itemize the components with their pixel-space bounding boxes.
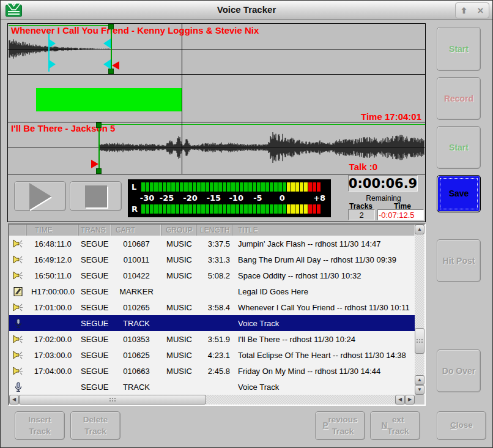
start-marker-right-icon[interactable] xyxy=(91,160,99,169)
meter-segment xyxy=(313,182,316,192)
down-arrow-icon: ▼ xyxy=(417,387,422,392)
log-row[interactable]: 17:04:00.0SEGUE010663MUSIC2:45.8Friday O… xyxy=(9,363,415,379)
segue-overlap-block[interactable] xyxy=(36,88,182,111)
meter-segment xyxy=(193,204,196,214)
column-header-icon[interactable] xyxy=(9,225,27,236)
cell-cart: 010011 xyxy=(111,255,161,264)
meter-scale-label: -5 xyxy=(253,193,262,203)
scroll-left-button[interactable]: ◀ xyxy=(9,395,19,405)
do-over-button[interactable]: Do Over xyxy=(437,349,481,392)
scroll-left-button2[interactable]: ◀ xyxy=(395,395,405,405)
meter-segment xyxy=(317,182,321,192)
meter-left-segments xyxy=(141,182,321,192)
column-header-group[interactable]: GROUP xyxy=(161,225,197,236)
meter-segment xyxy=(265,204,269,214)
cell-length: 3:31.3 xyxy=(197,255,233,264)
close-button[interactable]: Close xyxy=(437,411,486,440)
cell-cart: 010265 xyxy=(111,303,161,312)
scroll-up-button2[interactable]: ▲ xyxy=(415,375,424,385)
meter-scale-label: -20 xyxy=(183,193,198,203)
scroll-down-button[interactable]: ▼ xyxy=(415,385,424,395)
vertical-scrollbar[interactable]: ▲ ▲ ▼ xyxy=(415,225,424,395)
column-header-time[interactable]: TIME xyxy=(27,225,79,236)
column-header-length[interactable]: LENGTH xyxy=(197,225,233,236)
log-row[interactable]: 17:01:00.0SEGUE010265MUSIC3:58.4Whenever… xyxy=(9,299,415,315)
meter-segment xyxy=(244,182,248,192)
log-row[interactable]: SEGUETRACKVoice Track xyxy=(9,379,415,395)
meter-segment xyxy=(291,204,295,214)
log-row[interactable]: SEGUETRACKVoice Track xyxy=(9,315,415,331)
cell-title: Total Eclipse Of The Heart -- rdhost 11/… xyxy=(233,351,415,360)
meter-segment xyxy=(291,182,295,192)
cell-length: 5:08.2 xyxy=(197,271,233,280)
log-row[interactable]: 16:49:12.0SEGUE010011MUSIC3:31.3Bang The… xyxy=(9,252,415,267)
stop-icon xyxy=(85,185,107,207)
horizontal-scroll-thumb[interactable] xyxy=(19,395,206,405)
meter-segment xyxy=(167,204,171,214)
meter-segment xyxy=(270,204,273,214)
cell-time: 16:50:11.0 xyxy=(27,271,79,280)
cell-cart: TRACK xyxy=(111,319,161,328)
meter-segment xyxy=(176,204,179,214)
cell-trans: SEGUE xyxy=(79,255,111,264)
fade-marker-left-icon[interactable] xyxy=(112,61,120,70)
meter-scale-label: -30 xyxy=(140,193,155,203)
log-row[interactable]: H17:00:00.0SEGUEMARKERLegal ID Goes Here xyxy=(9,283,415,299)
shade-window-icon[interactable]: ⬆ xyxy=(461,7,467,15)
vertical-scroll-thumb[interactable] xyxy=(415,328,424,354)
previous-track-button[interactable]: PreviousTrack xyxy=(315,411,365,440)
track2-marker-handle-top[interactable] xyxy=(96,122,102,128)
log-row[interactable]: 17:03:00.0SEGUE010625MUSIC4:23.1Total Ec… xyxy=(9,347,415,363)
microphone-icon xyxy=(9,318,27,329)
meter-segment xyxy=(287,182,291,192)
meter-segment xyxy=(201,182,205,192)
track2-marker-handle-bottom[interactable] xyxy=(96,168,102,174)
scroll-right-button[interactable]: ▶ xyxy=(405,395,415,405)
cell-title: Friday On My Mind -- rdhost 11/30 14:44 xyxy=(233,367,415,376)
current-time-label: Time 17:04:01 xyxy=(361,111,421,122)
delete-track-button[interactable]: Delete Track xyxy=(70,411,120,440)
talk-marker-left-icon[interactable] xyxy=(103,59,111,69)
meter-segment xyxy=(248,182,252,192)
cell-trans: SEGUE xyxy=(79,319,111,328)
left-arrow-icon: ◀ xyxy=(12,397,16,402)
talk-time-label: Talk :0 xyxy=(349,162,377,172)
start-track1-button[interactable]: Start xyxy=(437,27,481,71)
log-row[interactable]: 17:02:00.0SEGUE010353MUSIC3:51.9I'll Be … xyxy=(9,331,415,347)
hit-post-button[interactable]: Hit Post xyxy=(437,239,481,282)
record-button[interactable]: Record xyxy=(437,77,481,120)
start-track2-button[interactable]: Start xyxy=(437,126,481,169)
meter-segment xyxy=(265,182,269,192)
log-rows: 16:48:11.0SEGUE010687MUSIC3:37.5Jumpin' … xyxy=(9,236,415,395)
talk-marker-left-icon[interactable] xyxy=(103,39,111,48)
cell-title: Whenever I Call You Friend -- rdhost 11/… xyxy=(233,303,415,312)
meter-scale: -30-25-20-15-10-50+8 xyxy=(132,193,327,203)
scroll-up-button[interactable]: ▲ xyxy=(415,225,424,234)
meter-segment xyxy=(308,204,312,214)
meter-segment xyxy=(283,204,286,214)
meter-segment xyxy=(171,204,175,214)
log-row[interactable]: 16:48:11.0SEGUE010687MUSIC3:37.5Jumpin' … xyxy=(9,236,415,252)
log-row[interactable]: 16:50:11.0SEGUE010422MUSIC5:08.2Space Od… xyxy=(9,267,415,283)
play-button[interactable] xyxy=(14,181,66,211)
playback-cursor xyxy=(182,24,182,174)
track1-marker-handle-top[interactable] xyxy=(108,24,114,29)
column-header-title[interactable]: TITLE xyxy=(233,225,415,236)
meter-scale-label: -10 xyxy=(229,193,243,203)
meter-segment xyxy=(317,204,321,214)
track1-title: Whenever I Call You Friend - Kenny Loggi… xyxy=(11,25,259,35)
column-header-trans[interactable]: TRANS xyxy=(79,225,111,236)
next-track-button[interactable]: NextTrack xyxy=(370,411,420,440)
horizontal-scrollbar[interactable]: ◀ ◀ ▶ xyxy=(9,395,415,405)
meter-segment xyxy=(218,182,222,192)
meter-segment xyxy=(206,204,209,214)
talk-marker-right-icon[interactable] xyxy=(48,39,56,48)
talk-marker-right-icon[interactable] xyxy=(48,59,56,69)
column-header-cart[interactable]: CART xyxy=(111,225,161,236)
insert-track-button[interactable]: Insert Track xyxy=(15,411,65,440)
save-button[interactable]: Save xyxy=(437,175,481,212)
stop-button[interactable] xyxy=(70,181,122,211)
meter-right-label: R xyxy=(132,204,141,214)
titlebar[interactable]: Voice Tracker ⬆ ✕ xyxy=(1,1,492,20)
close-window-icon[interactable]: ✕ xyxy=(477,7,484,15)
